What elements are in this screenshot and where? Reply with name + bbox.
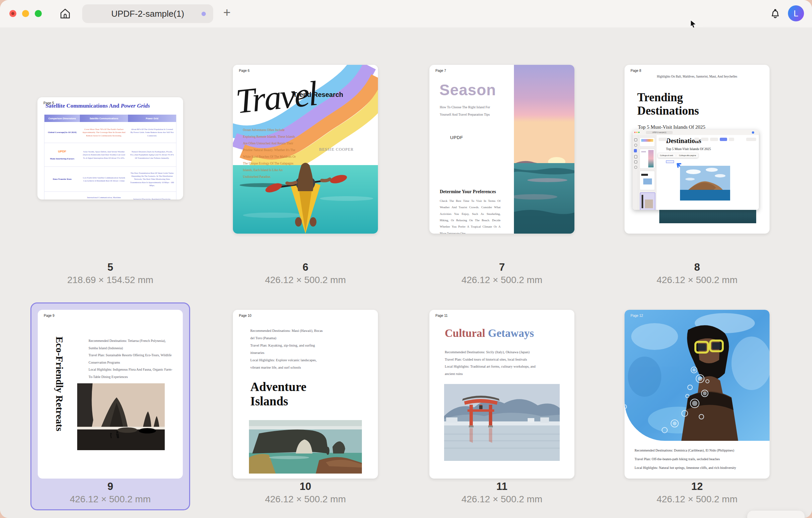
app-window: UPDF-2-sample(1) + L ? Selezione multipl… [0, 0, 812, 518]
doc-lines: Recommended Destinations: Tetiaroa (Fren… [89, 337, 175, 380]
page-label: Page 10 [239, 314, 251, 317]
page-dimensions: 426.12 × 500.2 mm [429, 275, 574, 285]
notifications-bell-icon[interactable] [769, 7, 781, 21]
doc-header: Highlights On Bali, Maldives, Santorini,… [625, 75, 770, 78]
table-cell: Application Areas [45, 192, 80, 200]
page-number: 7 [429, 261, 574, 274]
doc-lines: Recommended Destinations: Dominica (Cari… [635, 446, 761, 472]
doc-lines: Recommended Destinations: Maui (Hawaii),… [250, 327, 327, 371]
table-cell: Cover More Than 70% Of The Earth's Surfa… [80, 122, 128, 143]
page-dimensions: 426.12 × 500.2 mm [429, 494, 574, 505]
page-number: 6 [233, 261, 378, 274]
table-cell: UPDF Main Interfering Factors [45, 143, 80, 167]
zoom-out-button[interactable]: − [758, 516, 765, 518]
island-photo [680, 166, 730, 201]
doc-subtitle: Top 5 Must-Visit Islands Of 2025 [638, 124, 705, 130]
table-cell: About 80% Of The Global Population Is Co… [128, 122, 176, 143]
avatar-initial: L [793, 9, 798, 19]
table-cell: The Data Transmission Rate Of Smart Grid… [128, 167, 176, 192]
table-cell: Natural Disasters (Such As Earthquakes, … [128, 143, 176, 167]
doc-body: Ocean Adventures Often Include Exploring… [243, 127, 296, 180]
page-dimensions: 426.12 × 500.2 mm [38, 494, 183, 505]
page-number: 9 [38, 481, 183, 493]
doc-table: Comparison Dimensions Satellite Communic… [44, 115, 176, 200]
embed-tab: UPDF-2-sample(1) [646, 131, 673, 134]
table-cell: International Communication, Maritime Co… [80, 192, 128, 200]
page-dimensions: 426.12 × 500.2 mm [625, 275, 770, 285]
page-label: Page 9 [44, 314, 55, 317]
page-organizer-grid: Page 5 Satellite Communications And Powe… [0, 27, 812, 518]
doc-subtitle: How To Choose The Right Island For Yours… [440, 104, 497, 118]
sea-strip-photo [659, 208, 756, 223]
table-cell: Global Coverage(As Of 2024) [45, 122, 80, 143]
page-thumbnail-10[interactable]: Page 10 Recommended Destinations: Maui (… [233, 310, 378, 479]
page-thumbnail-6[interactable]: Page 6 Trend Research Travel Ocean Adven… [233, 65, 378, 234]
home-icon[interactable] [59, 7, 71, 20]
embed-pill-link-page: Collega alla pagina [679, 154, 696, 156]
maximize-button[interactable] [35, 10, 42, 17]
page-thumbnail-8[interactable]: Page 8 Highlights On Bali, Maldives, San… [625, 65, 770, 234]
page-label: Page 7 [435, 69, 446, 73]
coast-photo [77, 383, 165, 450]
table-cell: Data Transfer Rate [45, 167, 80, 192]
zoom-in-button[interactable]: + [787, 516, 793, 518]
page-dimensions: 218.69 × 154.52 mm [38, 275, 183, 285]
page-number: 10 [233, 481, 378, 493]
page-dimensions: 426.12 × 500.2 mm [625, 494, 770, 505]
table-cell: Low Earth Orbit Satellite Communication … [80, 167, 128, 192]
doc-heading: Determine Your Preferences [440, 189, 496, 195]
page-number: 8 [625, 261, 770, 274]
avatar[interactable]: L [788, 5, 804, 21]
underwater-photo [625, 310, 770, 441]
page-thumbnail-12[interactable]: Page 12 Recommended Destinations: Domini… [625, 310, 770, 479]
table-cell: Solar Storms, Space Debris, And Severe W… [80, 143, 128, 167]
arch-photo [249, 420, 362, 473]
new-tab-button[interactable]: + [223, 5, 231, 20]
doc-title: Eco-Friendly Retreats [54, 337, 65, 450]
page-number: 11 [429, 481, 574, 493]
page-label: Page 5 [44, 101, 54, 105]
doc-title: Season [439, 81, 496, 99]
doc-title: Trending Destinations [637, 91, 724, 118]
page-dimensions: 426.12 × 500.2 mm [233, 275, 378, 285]
table-cell: Industrial Electricity, Residential Elec… [128, 192, 176, 200]
doc-body: Check The Best Time To Visit In Terms Of… [440, 198, 500, 234]
minimize-button[interactable] [22, 10, 29, 17]
doc-brand: UPDF [450, 135, 463, 140]
page-label: Page 12 [631, 314, 643, 317]
doc-title: Adventure Islands [250, 380, 324, 408]
table-header: Comparison Dimensions [45, 115, 80, 122]
updf-logo: UPDF [58, 149, 66, 154]
page-label: Page 6 [239, 69, 250, 73]
document-tab[interactable]: UPDF-2-sample(1) [82, 4, 213, 23]
page-thumbnail-9[interactable]: Page 9 Eco-Friendly Retreats Recommended… [38, 310, 183, 479]
table-header: Power Grid [128, 115, 176, 122]
embed-subheading: Top 5 Must-Visit Islands Of 2025 [666, 147, 711, 151]
page-thumbnail-7[interactable]: Page 7 Season How To Choose The Right Is… [429, 65, 574, 234]
doc-title: Satellite Communications And Power Grids [46, 103, 150, 109]
document-tab-title: UPDF-2-sample(1) [111, 9, 184, 19]
embedded-screenshot: UPDF-2-sample(1) [633, 130, 759, 210]
torii-photo [444, 384, 560, 461]
doc-lines: Recommended Destinations: Sicily (Italy)… [445, 349, 542, 377]
table-header: Satellite Communications [80, 115, 128, 122]
zoom-controls: − + [747, 511, 805, 518]
page-thumbnail-5[interactable]: Page 5 Satellite Communications And Powe… [37, 97, 183, 200]
page-number: 12 [625, 481, 770, 493]
doc-title: Cultural Getaways [445, 327, 534, 340]
page-label: Page 11 [435, 314, 448, 317]
page-label: Page 8 [631, 69, 641, 73]
embed-pill-link-web: Collega al web [660, 154, 673, 156]
unsaved-dot-icon [202, 12, 206, 16]
sunset-photo [514, 65, 574, 234]
page-dimensions: 426.12 × 500.2 mm [233, 494, 378, 505]
page-number: 5 [38, 261, 183, 274]
doc-author: BESSIE COOPER [319, 147, 353, 152]
close-button[interactable] [9, 10, 17, 17]
page-thumbnail-11[interactable]: Page 11 Cultural Getaways Recommended De… [429, 310, 574, 479]
